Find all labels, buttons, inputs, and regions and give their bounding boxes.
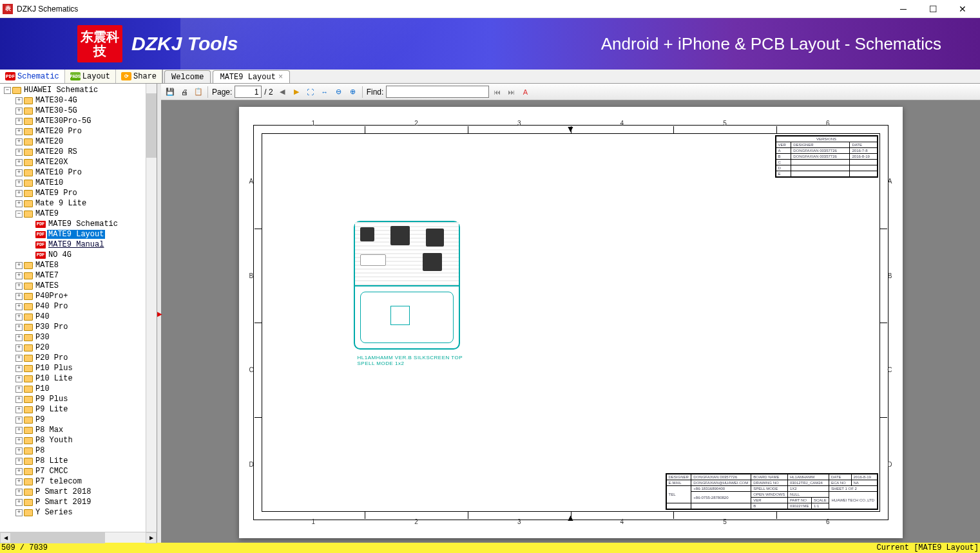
tree-folder-item[interactable]: +MATE30-5G bbox=[0, 106, 157, 116]
horizontal-scrollbar[interactable]: ◀ ▶ bbox=[0, 532, 157, 543]
expand-icon[interactable]: + bbox=[15, 406, 23, 413]
tree-folder-item[interactable]: +P40Pro+ bbox=[0, 291, 157, 301]
tree-folder-item[interactable]: +Mate 9 Lite bbox=[0, 198, 157, 209]
close-button[interactable]: ✕ bbox=[948, 0, 977, 18]
tree-file-item[interactable]: PDFMATE9 Manual bbox=[0, 239, 157, 250]
tree-file-item[interactable]: PDFNO 4G bbox=[0, 250, 157, 260]
tree-folder-item[interactable]: +MATE7 bbox=[0, 270, 157, 281]
tree-folder-item[interactable]: +MATE30Pro-5G bbox=[0, 116, 157, 126]
expand-icon[interactable]: + bbox=[15, 169, 23, 176]
tab-share[interactable]: ⟳ Share bbox=[116, 70, 162, 83]
expand-icon[interactable]: + bbox=[15, 509, 23, 516]
page-input[interactable] bbox=[235, 86, 262, 98]
tree-folder-item[interactable]: +P10 Lite bbox=[0, 373, 157, 384]
text-tool-button[interactable]: A bbox=[519, 86, 532, 98]
expand-icon[interactable]: + bbox=[15, 355, 23, 362]
expand-icon[interactable]: + bbox=[15, 447, 23, 455]
tree-folder-item[interactable]: +P20 bbox=[0, 342, 157, 353]
tree-folder-item[interactable]: +P8 Lite bbox=[0, 456, 157, 466]
doc-tab-welcome[interactable]: Welcome bbox=[164, 70, 211, 83]
tree-folder-item[interactable]: +MATE10 bbox=[0, 178, 157, 188]
expand-icon[interactable]: + bbox=[15, 128, 23, 135]
expand-icon[interactable]: + bbox=[15, 478, 23, 485]
doc-tab-mate9-layout[interactable]: MATE9 Layout × bbox=[213, 70, 290, 83]
expand-icon[interactable]: + bbox=[15, 468, 23, 475]
expand-icon[interactable]: + bbox=[15, 324, 23, 331]
splitter[interactable]: ▶ bbox=[157, 84, 161, 543]
expand-icon[interactable]: + bbox=[15, 417, 23, 424]
tab-schematic[interactable]: PDF Schematic bbox=[0, 70, 65, 83]
tree-folder-item[interactable]: +P8 bbox=[0, 445, 157, 456]
tree-folder-item[interactable]: +Y Series bbox=[0, 507, 157, 518]
expand-icon[interactable]: + bbox=[15, 283, 23, 290]
expand-icon[interactable]: + bbox=[15, 190, 23, 197]
save-button[interactable]: 💾 bbox=[164, 86, 177, 98]
expand-icon[interactable]: + bbox=[15, 149, 23, 156]
find-prev-button[interactable]: ⏮ bbox=[490, 86, 503, 98]
expand-icon[interactable]: + bbox=[15, 375, 23, 382]
tree-folder-item[interactable]: −HUAWEI Schematic bbox=[0, 85, 157, 95]
tree-folder-item[interactable]: +MATE20X bbox=[0, 157, 157, 167]
tree-folder-item[interactable]: +MATE20 RS bbox=[0, 147, 157, 157]
tree-folder-item[interactable]: +P10 Plus bbox=[0, 363, 157, 373]
fit-width-button[interactable]: ↔ bbox=[318, 86, 331, 98]
expand-icon[interactable]: + bbox=[15, 180, 23, 187]
expand-icon[interactable]: + bbox=[15, 458, 23, 465]
tree-folder-item[interactable]: +P40 bbox=[0, 312, 157, 322]
expand-icon[interactable]: + bbox=[15, 97, 23, 104]
tree-folder-item[interactable]: −MATE9 bbox=[0, 209, 157, 219]
tree-folder-item[interactable]: +P Smart 2019 bbox=[0, 497, 157, 507]
expand-icon[interactable]: + bbox=[15, 262, 23, 269]
expand-icon[interactable]: + bbox=[15, 365, 23, 372]
expand-icon[interactable]: + bbox=[15, 427, 23, 434]
vertical-scrollbar[interactable] bbox=[146, 84, 157, 532]
expand-icon[interactable]: + bbox=[15, 303, 23, 310]
expand-icon[interactable]: + bbox=[15, 396, 23, 403]
minimize-button[interactable]: ─ bbox=[889, 0, 918, 18]
scroll-left-icon[interactable]: ◀ bbox=[0, 532, 11, 543]
expand-icon[interactable]: + bbox=[15, 386, 23, 393]
tree-folder-item[interactable]: +P9 Lite bbox=[0, 404, 157, 415]
tree-folder-item[interactable]: +MATE20 bbox=[0, 136, 157, 147]
zoom-out-button[interactable]: ⊖ bbox=[332, 86, 345, 98]
expand-icon[interactable]: + bbox=[15, 314, 23, 321]
tree-folder-item[interactable]: +MATE9 Pro bbox=[0, 188, 157, 198]
tree-folder-item[interactable]: +MATE10 Pro bbox=[0, 167, 157, 178]
maximize-button[interactable]: ☐ bbox=[918, 0, 948, 18]
tree-view[interactable]: −HUAWEI Schematic+MATE30-4G+MATE30-5G+MA… bbox=[0, 84, 157, 532]
expand-icon[interactable]: + bbox=[15, 272, 23, 279]
tree-folder-item[interactable]: +MATE20 Pro bbox=[0, 126, 157, 136]
next-page-button[interactable]: ▶ bbox=[290, 86, 303, 98]
tree-folder-item[interactable]: +MATE8 bbox=[0, 260, 157, 270]
zoom-in-button[interactable]: ⊕ bbox=[347, 86, 360, 98]
tree-folder-item[interactable]: +P30 Pro bbox=[0, 322, 157, 332]
expand-icon[interactable]: + bbox=[15, 118, 23, 125]
fit-page-button[interactable]: ⛶ bbox=[304, 86, 317, 98]
tab-layout[interactable]: PADS Layout bbox=[65, 70, 116, 83]
tree-folder-item[interactable]: +MATES bbox=[0, 281, 157, 291]
tree-folder-item[interactable]: +P8 Max bbox=[0, 425, 157, 435]
tree-folder-item[interactable]: +P30 bbox=[0, 332, 157, 342]
expand-icon[interactable]: + bbox=[15, 334, 23, 341]
copy-button[interactable]: 📋 bbox=[192, 86, 205, 98]
expand-icon[interactable]: + bbox=[15, 159, 23, 166]
expand-icon[interactable]: + bbox=[15, 489, 23, 496]
close-icon[interactable]: × bbox=[278, 73, 283, 82]
expand-icon[interactable]: + bbox=[15, 108, 23, 115]
tree-folder-item[interactable]: +P10 bbox=[0, 384, 157, 394]
tree-folder-item[interactable]: +P40 Pro bbox=[0, 301, 157, 312]
expand-icon[interactable]: + bbox=[15, 200, 23, 207]
tree-folder-item[interactable]: +P8 Youth bbox=[0, 435, 157, 445]
tree-folder-item[interactable]: +MATE30-4G bbox=[0, 95, 157, 106]
print-button[interactable]: 🖨 bbox=[178, 86, 191, 98]
expand-icon[interactable]: + bbox=[15, 293, 23, 300]
find-next-button[interactable]: ⏭ bbox=[504, 86, 517, 98]
tree-folder-item[interactable]: +P9 Plus bbox=[0, 394, 157, 404]
expand-icon[interactable]: − bbox=[15, 211, 23, 218]
expand-icon[interactable]: − bbox=[4, 87, 11, 94]
tree-file-item[interactable]: PDFMATE9 Layout bbox=[0, 229, 157, 239]
pdf-viewer[interactable]: HL1AMHAMM VER.B SILKSCREEN TOP SPELL MOD… bbox=[161, 100, 980, 543]
tree-folder-item[interactable]: +P Smart 2018 bbox=[0, 487, 157, 497]
expand-icon[interactable]: + bbox=[15, 499, 23, 506]
scroll-right-icon[interactable]: ▶ bbox=[146, 532, 157, 543]
